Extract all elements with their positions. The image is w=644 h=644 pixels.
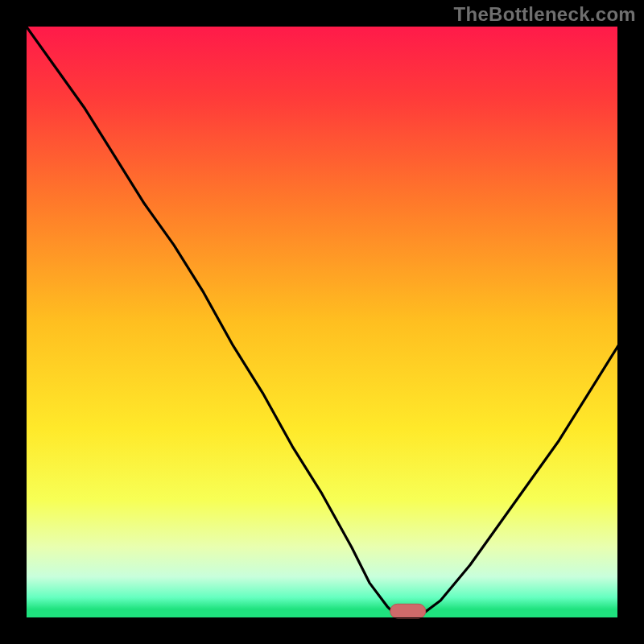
bottleneck-chart: TheBottleneck.com — [0, 0, 644, 644]
heat-gradient — [26, 26, 618, 618]
chart-svg — [0, 0, 644, 644]
optimal-marker — [390, 604, 426, 618]
